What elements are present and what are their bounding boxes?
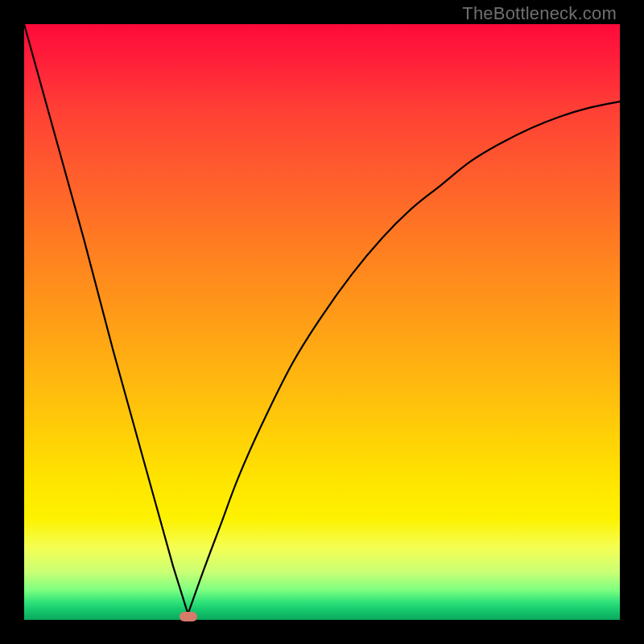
bottleneck-marker — [180, 612, 197, 621]
chart-frame — [24, 24, 620, 620]
watermark-text: TheBottleneck.com — [462, 3, 617, 24]
curve-left-branch — [24, 24, 188, 614]
curve-right-branch — [188, 101, 621, 613]
chart-curves-svg — [24, 24, 620, 620]
